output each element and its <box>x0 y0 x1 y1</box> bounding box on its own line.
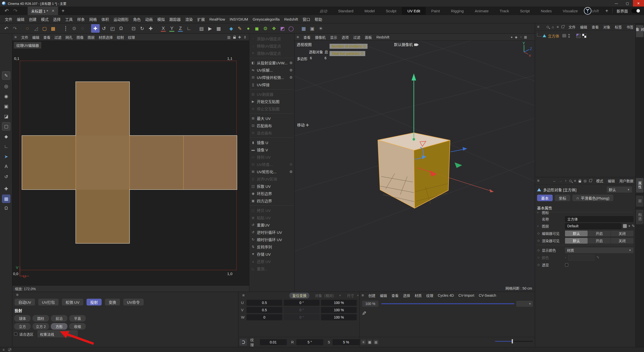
editor-visibility-segment[interactable]: 默认开启关闭 <box>565 231 633 236</box>
projection-button[interactable]: 方形 <box>51 323 67 330</box>
generator-icon[interactable]: ⚙ <box>261 24 270 33</box>
panel-menu-icon[interactable]: ≡ <box>295 35 301 39</box>
maximize-button[interactable]: ▢ <box>622 0 633 7</box>
preview-size-slider[interactable] <box>495 341 533 342</box>
menu-item[interactable]: 帮助 <box>312 17 325 22</box>
xray-checkbox[interactable] <box>565 263 568 267</box>
menu-item[interactable]: 图层 <box>86 35 97 40</box>
menu-item[interactable]: 网孔 <box>63 35 74 40</box>
sphere-primitive-icon[interactable]: ● <box>244 24 253 33</box>
modeling-settings-icon[interactable]: ⚙ <box>70 24 78 33</box>
opacity-field[interactable]: 100 % <box>362 301 378 307</box>
mograph-icon[interactable]: ❖ <box>270 24 278 33</box>
loop-icon[interactable]: ↺ <box>2 172 10 181</box>
add-layout-icon[interactable]: + <box>605 8 608 14</box>
uv-command-item[interactable]: ▶ 开始交互贴图 <box>249 98 294 105</box>
projection-button[interactable]: 立方 2 <box>32 323 49 330</box>
texture-step-field[interactable]: 0.01 <box>260 339 287 345</box>
magnet-tool-icon[interactable]: Ω <box>117 24 125 33</box>
interface-toggle[interactable] <box>631 9 640 13</box>
material-dropdown[interactable]: ▼ <box>516 301 533 307</box>
uv-command-item[interactable]: ⇅ 反转序列 <box>249 243 294 250</box>
uv-command-item[interactable]: ◺ 重测... <box>249 265 294 272</box>
uv-tool-tab[interactable]: 自动UV <box>15 299 35 305</box>
uv-command-item[interactable]: ↻ 顺时针循环 UV <box>249 236 294 243</box>
menu-item[interactable]: 模式 <box>594 178 605 183</box>
preset-dropdown[interactable]: 默认▼ <box>607 187 632 193</box>
redo-icon[interactable]: ↷ <box>11 24 19 33</box>
wireframe-icon[interactable]: ◆ <box>515 35 517 39</box>
uv-command-item[interactable]: ▤ UV剥皮器 <box>249 91 294 98</box>
uvw-tag-icon[interactable] <box>582 34 586 38</box>
layer-color-chip[interactable] <box>562 34 566 37</box>
uv-command-item[interactable]: ↑ 添加UV固定点 <box>249 35 294 42</box>
back-icon[interactable]: ← <box>553 179 556 183</box>
projection-button[interactable]: 球体 <box>14 315 31 322</box>
close-button[interactable]: ✕ <box>633 0 644 7</box>
menu-item[interactable]: 选择 <box>51 17 63 22</box>
magnet-icon[interactable]: Ω <box>2 204 10 212</box>
menu-item[interactable]: 材质选择 <box>97 35 115 40</box>
cube-primitive-icon[interactable]: ◼ <box>253 24 261 33</box>
panel-menu-icon[interactable]: ≡ <box>535 25 541 29</box>
coord-system-icon[interactable]: ∟ <box>185 24 193 33</box>
menu-item[interactable]: Greyscalegorilla <box>250 17 282 21</box>
uv-command-item[interactable]: ◫ 拆散 UV <box>249 183 294 190</box>
menu-item[interactable]: 编辑 <box>378 293 389 298</box>
uv-tool-tab[interactable]: 松弛 UV <box>62 299 83 305</box>
gear-icon[interactable]: ⚙ <box>289 75 293 79</box>
size-dropdown[interactable]: 尺寸▼ <box>347 293 359 298</box>
layout-tab[interactable]: Standard <box>333 7 359 15</box>
uv-command-item[interactable]: ↓ 移除UV固定点 <box>249 42 294 50</box>
menu-item[interactable]: 查看 <box>590 24 601 29</box>
fit-selection-checkbox[interactable] <box>14 332 17 336</box>
scale-step-field[interactable]: 5 % <box>333 339 359 345</box>
search-icon[interactable] <box>547 26 549 28</box>
u-pos-field[interactable]: 0.5 <box>247 300 282 306</box>
layer-view-icon[interactable]: ▤ <box>374 340 378 344</box>
axis-icon[interactable]: ✚ <box>2 185 10 193</box>
camera-view-icon[interactable]: ▣ <box>308 24 316 33</box>
menu-item[interactable]: 创建 <box>27 17 39 22</box>
forward-icon[interactable]: → <box>559 179 562 183</box>
object-name[interactable]: 立方体 <box>548 33 559 38</box>
list-view-icon[interactable]: ≡ <box>361 340 366 344</box>
render-region-icon[interactable]: ▶ <box>206 24 214 33</box>
layout-tab[interactable]: Script <box>514 7 535 15</box>
rotate-tool-icon[interactable]: ↺ <box>100 24 108 33</box>
deformer-icon[interactable]: ◩ <box>278 24 287 33</box>
uv-command-item[interactable]: () 对齐UV区块 <box>249 175 294 183</box>
menu-item[interactable]: 编辑 <box>606 178 617 183</box>
uv-command-item[interactable]: ⇆ UV拆解... ⚙ <box>249 66 294 74</box>
mask-icon[interactable]: ◪ <box>2 112 10 120</box>
menu-item[interactable]: 文件 <box>567 24 578 29</box>
move-tool-icon[interactable]: ✚ <box>91 24 100 33</box>
menu-item[interactable]: CV-Import <box>456 293 476 297</box>
uv-tool-tab[interactable]: 投射 <box>87 299 102 305</box>
uv-command-item[interactable]: ⊞ 最大 UV <box>249 115 294 122</box>
u-rot-field[interactable]: 0 ° <box>284 300 319 306</box>
menu-item[interactable]: 纹理 <box>424 293 435 298</box>
menu-item[interactable]: Redshift <box>374 35 391 39</box>
w-pos-field[interactable]: 0 <box>247 314 282 320</box>
redo-icon[interactable]: ↷ <box>13 8 18 14</box>
menu-item[interactable]: 纹理 <box>126 35 137 40</box>
new-interface-button[interactable]: 新界面 <box>617 8 628 14</box>
icon-group-row[interactable]: ›图标 <box>535 209 635 216</box>
panel-menu-icon[interactable]: ≡ <box>3 348 5 352</box>
grid-view-icon[interactable]: ▦ <box>367 340 372 344</box>
paint-brush-icon[interactable]: ✎ <box>2 71 10 80</box>
uv-command-item[interactable]: ▣ 四方边界 <box>249 197 294 204</box>
attribute-tab[interactable]: 基本 <box>537 195 553 201</box>
uv-command-item[interactable]: ◉ 环形边界 <box>249 190 294 197</box>
projection-button[interactable]: 圆柱 <box>32 315 49 322</box>
uv-command-item[interactable]: ⊟ UV矫直... ⚙ <box>249 161 294 168</box>
grid-icon[interactable]: ▦ <box>524 35 527 39</box>
select-rect-icon[interactable]: ▢ <box>2 122 10 130</box>
scale-tool-icon[interactable]: ◰ <box>108 24 117 33</box>
grid-snap-icon[interactable]: ▦ <box>2 195 10 203</box>
pen-icon[interactable]: ✎ <box>235 24 244 33</box>
menu-item[interactable]: 扩展 <box>195 17 207 22</box>
light-icon[interactable]: ☀ <box>316 24 325 33</box>
lock-icon[interactable] <box>579 181 581 183</box>
